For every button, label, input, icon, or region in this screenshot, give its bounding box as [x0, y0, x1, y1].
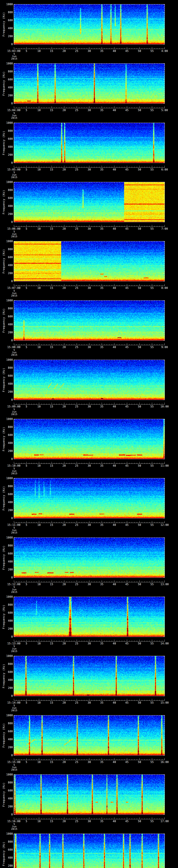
x-tick-label: 20	[62, 701, 66, 704]
y-tick-label: 600	[0, 256, 13, 259]
x-tick-label: 50	[138, 346, 141, 349]
y-tick-label: 600	[0, 730, 13, 733]
x-tick-label: 35	[100, 464, 103, 467]
x-tick-label: 25	[75, 524, 79, 526]
x-tick-label: 25	[75, 761, 79, 764]
x-tick-label: 40	[113, 464, 116, 467]
x-tick-label: 50	[138, 524, 141, 526]
y-tick-label: 600	[0, 434, 13, 436]
date-line: Jun	[12, 825, 17, 828]
y-tick-label: 400	[0, 442, 13, 444]
x-tick-label: 10	[37, 287, 41, 289]
date-line: 5	[13, 586, 15, 588]
x-axis-ruler	[14, 343, 165, 345]
start-time-label: 15:11:00	[7, 524, 21, 526]
end-time-label: 11:00	[160, 464, 169, 467]
start-time-label: 15:07:00	[7, 287, 21, 289]
x-tick-label: 5	[26, 761, 27, 764]
date-line: 5	[13, 823, 15, 825]
x-tick-label: 30	[88, 524, 91, 526]
y-axis-label: Frequency (Hz)	[2, 12, 5, 36]
y-axis-label: Frequency (Hz)	[2, 723, 5, 747]
y-tick-label: 0	[0, 398, 13, 401]
x-tick-label: 30	[88, 346, 91, 349]
x-tick-label: 10	[37, 464, 41, 467]
x-tick-label: 45	[125, 701, 129, 704]
y-tick-label: 0	[0, 517, 13, 520]
x-tick-label: 50	[138, 464, 141, 467]
x-tick-label: 25	[75, 464, 79, 467]
x-tick-label: 15	[50, 701, 53, 704]
y-tick-label: 1000	[0, 832, 13, 835]
x-tick-label: 30	[88, 50, 91, 53]
y-tick-label: 200	[0, 687, 13, 689]
x-tick-label: 15	[50, 405, 53, 408]
spectrogram-canvas	[14, 241, 165, 281]
x-tick-label: 10	[37, 642, 41, 645]
y-tick-label: 400	[0, 323, 13, 326]
y-tick-label: 400	[0, 560, 13, 563]
spectrogram-panel-4: Frequency (Hz) 0200400600800100015:06:00…	[0, 178, 178, 237]
y-tick-label: 800	[0, 663, 13, 665]
x-tick-label: 45	[125, 820, 129, 823]
x-tick-label: 20	[62, 346, 66, 349]
y-tick-label: 600	[0, 374, 13, 377]
x-tick-label: 15	[50, 761, 53, 764]
x-axis-ruler	[14, 758, 165, 760]
y-tick-label: 0	[0, 576, 13, 579]
date-line: 5	[13, 349, 15, 351]
date-line: Jun	[12, 55, 17, 58]
y-tick-label: 200	[0, 746, 13, 749]
x-tick-label: 55	[150, 109, 154, 112]
x-tick-label: 20	[62, 761, 66, 764]
spectrogram-panel-11: Frequency (Hz) 0200400600800100015:13:00…	[0, 592, 178, 652]
x-axis-ruler	[14, 580, 165, 582]
y-tick-label: 1000	[0, 62, 13, 65]
x-tick-label: 35	[100, 346, 103, 349]
spectrogram-panel-10: Frequency (Hz) 0200400600800100015:12:00…	[0, 533, 178, 592]
x-tick-label: 50	[138, 820, 141, 823]
date-line: 5	[13, 764, 15, 766]
x-tick-label: 50	[138, 287, 141, 289]
x-tick-label: 30	[88, 168, 91, 171]
x-tick-label: 45	[125, 50, 129, 53]
y-tick-label: 400	[0, 146, 13, 148]
spectrogram-panel-15: Frequency (Hz) 0200400600800100015:17:00…	[0, 830, 178, 868]
x-tick-label: 35	[100, 642, 103, 645]
x-tick-label: 25	[75, 405, 79, 408]
x-tick-label: 25	[75, 227, 79, 230]
date-line: Jun	[12, 114, 17, 117]
y-axis-label: Frequency (Hz)	[2, 427, 5, 451]
x-tick-label: 50	[138, 50, 141, 53]
x-tick-label: 55	[150, 346, 154, 349]
x-axis-ruler	[14, 817, 165, 819]
y-axis-label: Frequency (Hz)	[2, 368, 5, 392]
date-line: Jun	[12, 233, 17, 235]
x-tick-label: 20	[62, 583, 66, 586]
y-tick-label: 400	[0, 679, 13, 681]
y-tick-label: 400	[0, 86, 13, 89]
spectrogram-canvas	[14, 64, 165, 103]
x-tick-label: 30	[88, 642, 91, 645]
y-tick-label: 600	[0, 612, 13, 614]
date-line: 5	[13, 112, 15, 114]
end-time-label: 13:00	[160, 583, 169, 586]
end-time-label: 9:00	[161, 346, 168, 349]
x-tick-label: 35	[100, 168, 103, 171]
start-time-label: 15:06:00	[7, 227, 21, 230]
x-tick-label: 25	[75, 642, 79, 645]
y-tick-label: 800	[0, 70, 13, 73]
x-tick-label: 15	[50, 524, 53, 526]
date-line: 5	[13, 408, 15, 410]
y-tick-label: 200	[0, 213, 13, 215]
x-tick-label: 30	[88, 287, 91, 289]
y-tick-label: 800	[0, 11, 13, 14]
y-tick-label: 0	[0, 221, 13, 223]
end-time-label: 15:00	[160, 701, 169, 704]
y-tick-label: 200	[0, 391, 13, 393]
x-tick-label: 5	[26, 346, 27, 349]
x-tick-label: 25	[75, 287, 79, 289]
date-line: Jun	[12, 766, 17, 769]
x-axis-ruler	[14, 225, 165, 227]
x-tick-label: 15	[50, 464, 53, 467]
